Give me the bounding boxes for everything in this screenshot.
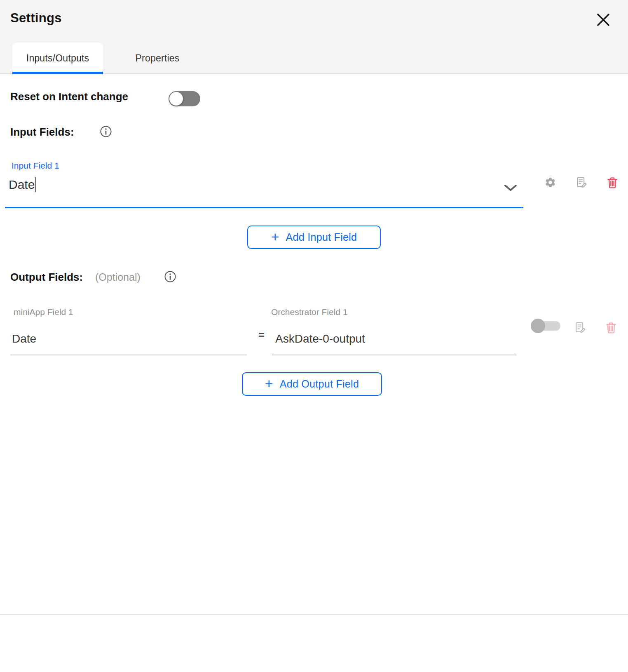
plus-icon: +: [265, 376, 273, 390]
tab-inputs-outputs[interactable]: Inputs/Outputs: [12, 42, 103, 74]
orchestrator-field-underline: [272, 355, 516, 355]
output-row-toggle[interactable]: [536, 321, 560, 331]
tab-label: Properties: [136, 53, 180, 64]
tab-label: Inputs/Outputs: [26, 53, 89, 64]
add-input-field-button[interactable]: + Add Input Field: [247, 226, 381, 249]
close-button[interactable]: [593, 9, 614, 31]
input-field-1-value: Date: [9, 178, 35, 192]
orchestrator-field-input[interactable]: AskDate-0-output: [275, 332, 365, 345]
input-field-1-input[interactable]: Date: [9, 177, 36, 192]
input-fields-info-icon[interactable]: [100, 125, 112, 138]
equals-sign: =: [258, 329, 265, 341]
orchestrator-field-label: Orchestrator Field 1: [271, 307, 348, 317]
text-cursor: [35, 177, 36, 192]
tab-properties[interactable]: Properties: [108, 42, 207, 74]
modal-title: Settings: [10, 11, 62, 26]
modal-footer: Cancel Save: [0, 614, 628, 672]
close-icon: [595, 12, 612, 28]
miniapp-field-underline: [10, 355, 247, 355]
miniapp-field-label: miniApp Field 1: [14, 307, 73, 317]
gear-icon[interactable]: [544, 176, 556, 188]
settings-modal: Settings Inputs/Outputs Properties Reset…: [0, 0, 628, 672]
add-output-field-label: Add Output Field: [280, 378, 359, 390]
add-input-field-label: Add Input Field: [286, 231, 357, 243]
miniapp-field-input[interactable]: Date: [12, 332, 36, 345]
delete-input-field-icon[interactable]: [607, 176, 618, 189]
delete-output-field-icon[interactable]: [605, 322, 617, 334]
input-field-1-label: Input Field 1: [12, 161, 59, 171]
reset-on-intent-toggle[interactable]: [169, 91, 200, 106]
plus-icon: +: [271, 230, 279, 244]
edit-note-icon[interactable]: [576, 176, 588, 188]
modal-header: Settings Inputs/Outputs Properties: [0, 0, 628, 74]
toggle-knob: [169, 92, 183, 106]
active-tab-indicator: [12, 72, 103, 74]
edit-note-icon[interactable]: [574, 322, 586, 334]
add-output-field-button[interactable]: + Add Output Field: [242, 372, 382, 396]
input-fields-heading: Input Fields:: [10, 126, 74, 139]
toggle-knob: [531, 319, 545, 333]
output-fields-heading: Output Fields:: [10, 271, 83, 284]
chevron-down-icon[interactable]: [504, 184, 518, 192]
output-fields-optional: (Optional): [95, 271, 141, 283]
input-field-underline: [5, 207, 523, 208]
reset-on-intent-label: Reset on Intent change: [10, 90, 128, 103]
output-fields-info-icon[interactable]: [164, 270, 176, 283]
